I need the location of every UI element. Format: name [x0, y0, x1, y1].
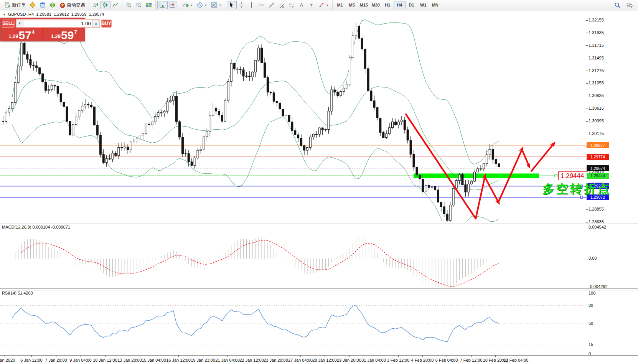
buy-price-sup: 7	[74, 29, 77, 35]
volume-input[interactable]	[23, 20, 92, 27]
trendline-button[interactable]	[267, 1, 277, 9]
search-button[interactable]	[612, 1, 622, 9]
timeframe-h1-button[interactable]: H1	[382, 1, 394, 9]
chart-ohlc-header: ▲ GBPUSD-,H4 1.29581 1.29612 1.29559 1.2…	[3, 12, 104, 16]
text-label-icon: T	[308, 2, 315, 8]
line-chart-button[interactable]	[110, 1, 120, 9]
volume-decrease-button[interactable]: ▼	[16, 20, 23, 27]
data-window-button[interactable]	[38, 1, 48, 9]
toolbar-group-objects: E F A T ▼	[225, 0, 332, 10]
toolbar-group-chart-type	[89, 0, 122, 10]
arrows-button[interactable]: ▼	[317, 1, 331, 9]
chat-button[interactable]	[625, 1, 635, 9]
price-axis-tick: 1.30835	[589, 93, 604, 98]
indicators-plus-icon	[183, 2, 189, 8]
rsi-axis-tick: 80	[589, 303, 593, 308]
time-axis-label: 7 Feb 12:00	[460, 358, 483, 362]
turning-point-text[interactable]: 多空转折点	[542, 181, 612, 197]
tile-windows-button[interactable]	[144, 1, 154, 9]
chart-shift-button[interactable]	[167, 1, 177, 9]
vertical-line-icon	[249, 2, 255, 8]
rsi-axis-tick: 0	[589, 351, 591, 356]
time-axis-label: 6 Feb 04:00	[435, 358, 458, 362]
timeframe-h4-button[interactable]: H4	[394, 1, 406, 9]
cursor-icon	[229, 2, 235, 8]
time-axis-label: 6 Jan 12:00	[20, 358, 43, 362]
zoom-in-button[interactable]	[124, 1, 134, 9]
navigator-button[interactable]	[48, 1, 58, 9]
periods-button[interactable]: ▼	[195, 1, 209, 9]
candlestick-chart-button[interactable]	[101, 1, 110, 9]
sell-price[interactable]: 1.29 57 4	[1, 28, 43, 41]
price-axis-tick: 1.31935	[589, 30, 604, 35]
macd-axis-tick: 0.00	[589, 256, 597, 260]
time-axis-label: 13 Jan 20:00	[117, 358, 142, 362]
templates-button[interactable]: ▼	[209, 1, 223, 9]
price-level-box[interactable]: 1.29444	[558, 171, 586, 180]
cursor-button[interactable]	[227, 1, 237, 9]
time-axis-label: 31 Jan 04:00	[361, 358, 386, 362]
price-axis-tick: 1.31715	[589, 43, 604, 48]
indicators-button[interactable]: ▼	[181, 1, 195, 9]
autoscroll-button[interactable]	[157, 1, 167, 9]
toolbar-group-indicators: ▼ ▼ ▼	[179, 0, 225, 10]
text-button[interactable]: A	[297, 1, 307, 9]
time-axis-label: 15 Jan 04:00	[142, 358, 166, 362]
text-label-button[interactable]: T	[307, 1, 317, 9]
mt4-window: 新订单 自动交易	[0, 0, 638, 364]
text-a-icon: A	[298, 2, 305, 8]
toolbar-group-scroll	[155, 0, 179, 10]
sell-price-sup: 4	[32, 29, 35, 35]
candlestick-icon	[102, 2, 109, 8]
autotrade-button[interactable]: 自动交易	[58, 1, 87, 9]
buy-price[interactable]: 1.29 59 7	[43, 28, 85, 41]
navigator-icon	[49, 2, 56, 8]
time-axis-label: 4 Feb 20:00	[411, 358, 434, 362]
timeframe-mn-button[interactable]: MN	[429, 1, 441, 9]
fibonacci-button[interactable]: F	[287, 1, 297, 9]
templates-caret-icon: ▼	[219, 4, 221, 7]
vertical-line-button[interactable]	[247, 1, 257, 9]
zoom-out-button[interactable]	[134, 1, 144, 9]
time-axis-label: 29 Jan 20:00	[337, 358, 361, 362]
toolbar-right-group	[612, 1, 637, 9]
chat-icon	[626, 2, 633, 8]
new-order-button[interactable]: 新订单	[3, 1, 28, 9]
timeframe-d1-button[interactable]: D1	[406, 1, 417, 9]
new-order-label: 新订单	[12, 2, 26, 8]
fibonacci-icon: F	[289, 2, 295, 8]
new-order-icon	[5, 2, 11, 8]
price-axis-tick: 1.31275	[589, 68, 604, 73]
horizontal-line-icon	[259, 2, 265, 8]
collapse-marker-icon: ▲	[3, 13, 6, 16]
symbol-title: GBPUSD-,H4	[8, 12, 34, 16]
bar-chart-button[interactable]	[91, 1, 101, 9]
volume-increase-button[interactable]: ▲	[92, 20, 100, 27]
clock-icon	[197, 2, 203, 8]
timeframe-m15-button[interactable]: M15	[358, 1, 370, 9]
price-axis-tick: 1.31055	[589, 81, 604, 85]
rsi-axis-tick: 15	[589, 342, 593, 347]
crosshair-button[interactable]	[237, 1, 247, 9]
time-axis-label: 28 Jan 12:00	[312, 358, 337, 362]
arrows-icon	[318, 2, 325, 8]
sell-button[interactable]: SELL	[2, 20, 15, 28]
line-chart-icon	[112, 2, 119, 8]
ohlc-open: 1.29581	[36, 12, 51, 16]
timeframe-w1-button[interactable]: W1	[417, 1, 429, 9]
equidistant-channel-button[interactable]: E	[277, 1, 287, 9]
market-watch-icon	[30, 2, 36, 8]
sell-price-big: 57	[19, 30, 31, 40]
macd-axis-tick: -0.004262	[589, 284, 608, 289]
timeframe-m1-button[interactable]: M1	[334, 1, 346, 9]
arrows-caret-icon: ▼	[326, 4, 329, 7]
macd-axis-tick: 0.004542	[589, 225, 606, 229]
indicators-caret-icon: ▼	[190, 4, 193, 7]
timeframe-m5-button[interactable]: M5	[346, 1, 358, 9]
timeframe-m30-button[interactable]: M30	[370, 1, 382, 9]
buy-button[interactable]: BUY	[101, 20, 112, 28]
horizontal-line-button[interactable]	[257, 1, 267, 9]
market-watch-button[interactable]	[28, 1, 38, 9]
chart-shift-icon	[169, 2, 175, 8]
price-axis-tick: 1.30175	[589, 131, 604, 136]
